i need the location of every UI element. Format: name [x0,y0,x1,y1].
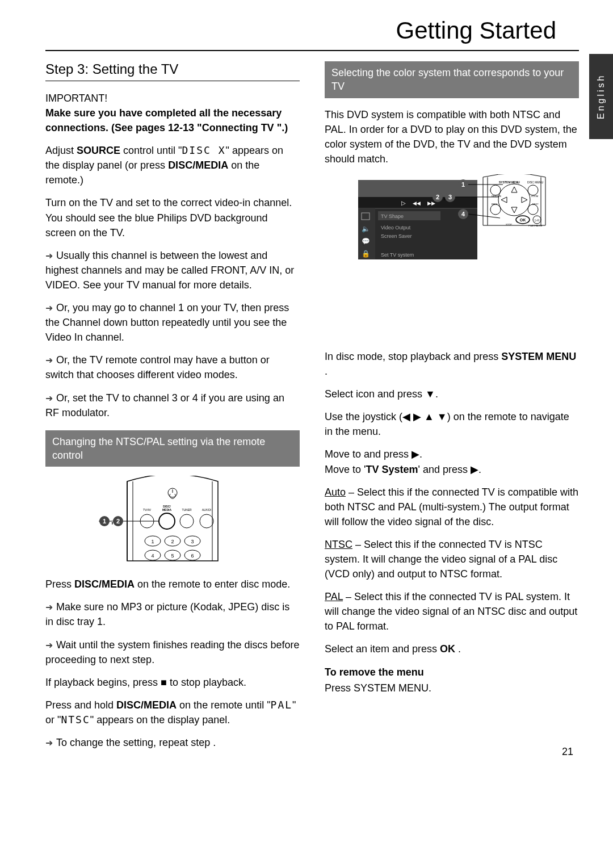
svg-text:2: 2 [116,518,120,525]
svg-text:2: 2 [171,539,174,544]
bullet-usually-channel: Usually this channel is between the lowe… [45,248,300,292]
paragraph-adjust-source: Adjust SOURCE control until "DISC X" app… [45,143,300,187]
page-title: Getting Started [45,17,579,51]
paragraph-select-icon: Select icon and press ▼. [325,387,579,401]
svg-text:STOP: STOP [506,223,512,226]
banner-color-system: Selecting the color system that correspo… [325,61,579,98]
left-column: Step 3: Setting the TV IMPORTANT! Make s… [45,61,300,758]
banner-ntsc-pal: Changing the NTSC/PAL setting via the re… [45,430,300,467]
svg-point-6 [159,513,175,529]
bullet-no-mp3: Make sure no MP3 or picture (Kodak, JPEG… [45,599,300,629]
paragraph-stop-playback: If playback begins, press ■ to stop play… [45,675,300,690]
content-columns: Step 3: Setting the TV IMPORTANT! Make s… [45,61,579,758]
bullet-channel-1: Or, you may go to channel 1 on your TV, … [45,300,300,345]
svg-text:NEXT: NEXT [532,203,539,206]
bullet-tv-remote: Or, the TV remote control may have a but… [45,353,300,382]
svg-marker-57 [501,197,507,203]
page-number: 21 [562,746,573,758]
svg-text:6: 6 [191,553,194,559]
option-auto: Auto – Select this if the connected TV i… [325,485,579,529]
paragraph-press-disc: Press DISC/MEDIA on the remote to enter … [45,577,300,592]
svg-point-62 [528,204,538,215]
svg-text:Video Output: Video Output [381,225,411,230]
svg-text:TV Shape: TV Shape [381,213,404,219]
right-column: Selecting the color system that correspo… [325,61,579,758]
step-heading: Step 3: Setting the TV [45,61,300,81]
paragraph-press-hold: Press and hold DISC/MEDIA on the remote … [45,698,300,727]
svg-text:BACK: BACK [492,203,498,206]
svg-point-59 [490,185,501,195]
bullet-rf-modulator: Or, set the TV to channel 3 or 4 if you … [45,391,300,420]
svg-text:Screen Saver: Screen Saver [381,233,412,239]
svg-text:◀◀: ◀◀ [413,200,421,206]
svg-text:3: 3 [448,194,452,200]
svg-text:1: 1 [151,539,154,544]
svg-text:▶▶: ▶▶ [427,200,435,206]
svg-text:5: 5 [171,553,174,559]
svg-text:AUX/DI: AUX/DI [202,508,212,511]
paragraph-joystick: Use the joystick (◀ ▶ ▲ ▼) on the remote… [325,409,579,439]
svg-point-61 [490,204,501,215]
svg-marker-58 [522,197,527,203]
svg-text:▷: ▷ [401,200,406,206]
svg-text:4: 4 [151,553,154,559]
svg-text:PLAY/PAUSE: PLAY/PAUSE [528,224,543,227]
svg-text:SYSTEM MENU: SYSTEM MENU [499,181,520,184]
svg-text:4: 4 [461,211,465,217]
svg-point-8 [200,514,213,528]
language-tab: English [589,54,613,139]
option-ntsc: NTSC – Select this if the connected TV i… [325,537,579,581]
remove-menu-text: Press SYSTEM MENU. [325,681,579,695]
important-label: IMPORTANT! [45,93,300,104]
svg-point-54 [498,184,530,216]
svg-text:Set TV system: Set TV system [381,252,414,258]
page: English Getting Started Step 3: Setting … [0,0,613,775]
svg-text:🔈: 🔈 [362,224,370,233]
svg-marker-56 [511,207,517,213]
important-body: Make sure you have completed all the nec… [45,106,300,135]
paragraph-disc-mode: In disc mode, stop playback and press SY… [325,349,579,379]
svg-text:▷II: ▷II [535,219,540,222]
svg-text:💬: 💬 [362,237,370,245]
svg-text:OK: OK [520,218,526,222]
svg-point-7 [180,514,194,528]
svg-text:,: , [443,193,445,201]
bullet-wait-reading: Wait until the system finishes reading t… [45,638,300,667]
remote-svg: TV/AV DISC/ MEDIA TUNER AUX/DI 1 2 3 4 5… [99,476,246,567]
remote-diagram: TV/AV DISC/ MEDIA TUNER AUX/DI 1 2 3 4 5… [45,476,300,567]
option-pal: PAL – Select this if the connected TV is… [325,589,579,634]
svg-text:TUNER: TUNER [182,508,192,511]
bullet-repeat-step: To change the setting, repeat step . [45,735,300,750]
svg-text:1: 1 [461,181,465,188]
tv-menu-diagram: SETUP MENU ▷ ◀◀ ▶▶ 🔈 💬 🔒 TV Shape Video [325,174,579,339]
remove-menu-heading: To remove the menu [325,665,579,680]
svg-point-60 [528,185,538,195]
tv-menu-svg: SETUP MENU ▷ ◀◀ ▶▶ 🔈 💬 🔒 TV Shape Video [352,174,551,339]
svg-text:DISC MENU: DISC MENU [527,181,543,184]
paragraph-compatible: This DVD system is compatible with both … [325,107,579,166]
svg-text:🔒: 🔒 [362,249,370,258]
svg-text:ZOOM: ZOOM [531,195,538,198]
svg-text:1: 1 [103,518,106,525]
paragraph-select-ok: Select an item and press OK . [325,641,579,656]
svg-text:3: 3 [191,539,194,544]
svg-text:2: 2 [436,194,439,200]
svg-marker-55 [511,187,517,192]
svg-text:MEDIA: MEDIA [162,508,172,511]
svg-text:TV/AV: TV/AV [143,508,152,511]
paragraph-turn-on-tv: Turn on the TV and set to the correct vi… [45,195,300,240]
paragraph-move-to: Move to and press ▶. Move to 'TV System'… [325,447,579,476]
